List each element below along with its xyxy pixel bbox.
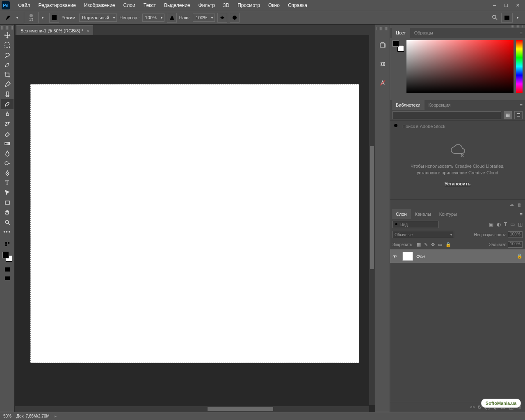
- tab-libraries[interactable]: Библиотеки: [392, 100, 425, 110]
- crop-tool[interactable]: [1, 70, 14, 80]
- layer-blend-mode[interactable]: Обычные: [393, 231, 454, 238]
- history-brush-tool[interactable]: [1, 119, 14, 129]
- layer-name[interactable]: Фон: [416, 254, 425, 259]
- gradient-tool[interactable]: [1, 139, 14, 148]
- layer-filter[interactable]: Вид: [393, 221, 438, 228]
- airbrush-button[interactable]: [217, 13, 227, 23]
- lock-pixels-icon[interactable]: ▦: [417, 242, 421, 247]
- menu-help[interactable]: Справка: [284, 0, 311, 11]
- tool-preset-dropdown[interactable]: ▾: [16, 16, 21, 20]
- menu-3d[interactable]: 3D: [219, 0, 233, 11]
- layer-thumbnail[interactable]: [402, 252, 413, 261]
- quick-mask-button[interactable]: [1, 265, 14, 274]
- type-tool[interactable]: T: [1, 178, 14, 188]
- tab-channels[interactable]: Каналы: [411, 209, 435, 219]
- filter-adjust-icon[interactable]: ◐: [497, 221, 501, 227]
- lasso-tool[interactable]: [1, 50, 14, 60]
- color-fg-swatch[interactable]: [393, 40, 399, 47]
- path-select-tool[interactable]: [1, 188, 14, 198]
- menu-filter[interactable]: Фильтр: [194, 0, 219, 11]
- library-grid-view[interactable]: ▦: [504, 111, 512, 119]
- filter-smart-icon[interactable]: ◫: [518, 221, 523, 227]
- brush-panel-toggle[interactable]: [49, 13, 59, 23]
- document-viewport[interactable]: [15, 35, 375, 412]
- blend-mode-select[interactable]: Нормальный: [79, 14, 117, 22]
- opacity-input[interactable]: 100%: [142, 14, 164, 22]
- properties-panel-icon[interactable]: [378, 59, 388, 69]
- dock-grip[interactable]: [377, 27, 389, 30]
- tab-layers[interactable]: Слои: [392, 209, 411, 219]
- screen-mode-button[interactable]: [1, 274, 14, 283]
- lock-brush-icon[interactable]: ✎: [424, 242, 428, 247]
- lock-all-icon[interactable]: 🔒: [445, 242, 451, 247]
- search-icon[interactable]: [491, 14, 498, 21]
- vertical-scroll-thumb[interactable]: [370, 146, 374, 269]
- pen-tool[interactable]: [1, 168, 14, 178]
- flow-input[interactable]: 100%: [193, 14, 215, 22]
- color-panel-menu[interactable]: ≡: [518, 30, 525, 35]
- close-button[interactable]: ✕: [512, 1, 523, 9]
- marquee-tool[interactable]: [1, 40, 14, 50]
- zoom-tool[interactable]: [1, 217, 14, 227]
- filter-shape-icon[interactable]: ▭: [510, 221, 515, 227]
- install-cc-link[interactable]: Установить: [398, 180, 517, 187]
- lock-artboard-icon[interactable]: ▭: [438, 242, 442, 247]
- workspace-chooser[interactable]: [501, 13, 513, 23]
- pressure-size-button[interactable]: [230, 13, 240, 23]
- menu-select[interactable]: Выделение: [160, 0, 194, 11]
- hand-tool[interactable]: [1, 208, 14, 217]
- brush-tool[interactable]: [1, 99, 14, 109]
- brush-dropdown[interactable]: ▾: [42, 16, 46, 20]
- eyedropper-tool[interactable]: [1, 80, 14, 89]
- move-tool[interactable]: [1, 30, 14, 40]
- filter-type-icon[interactable]: T: [504, 221, 507, 227]
- fill-input[interactable]: 100%: [508, 241, 523, 248]
- healing-brush-tool[interactable]: [1, 89, 14, 99]
- blur-tool[interactable]: [1, 148, 14, 158]
- document-tab[interactable]: Без имени-1 @ 50% (RGB/8) * ×: [16, 25, 93, 35]
- filter-image-icon[interactable]: ▣: [489, 221, 493, 227]
- color-hue-strip[interactable]: [516, 40, 523, 93]
- zoom-level[interactable]: 50%: [3, 414, 11, 418]
- clone-stamp-tool[interactable]: [1, 109, 14, 119]
- library-list-view[interactable]: ☰: [514, 111, 523, 119]
- layers-panel-menu[interactable]: ≡: [518, 212, 525, 217]
- current-tool-icon[interactable]: [3, 13, 13, 23]
- tab-adjustments[interactable]: Коррекция: [425, 100, 455, 110]
- layer-lock-icon[interactable]: 🔒: [517, 253, 523, 259]
- menu-layer[interactable]: Слои: [119, 0, 139, 11]
- eraser-tool[interactable]: [1, 129, 14, 139]
- panels-grip[interactable]: [390, 25, 525, 28]
- quick-select-tool[interactable]: [1, 60, 14, 70]
- layer-fx-icon[interactable]: fx: [478, 404, 482, 410]
- tab-paths[interactable]: Контуры: [435, 209, 461, 219]
- horizontal-scrollbar[interactable]: [15, 406, 369, 412]
- character-panel-icon[interactable]: [378, 78, 388, 88]
- delete-icon[interactable]: 🗑: [517, 202, 522, 207]
- library-search[interactable]: Поиск в Adobe Stock: [390, 121, 525, 132]
- libraries-panel-menu[interactable]: ≡: [518, 103, 525, 107]
- cloud-sync-icon[interactable]: ☁: [509, 202, 514, 207]
- menu-edit[interactable]: Редактирование: [34, 0, 80, 11]
- edit-toolbar-button[interactable]: [1, 240, 14, 249]
- menu-type[interactable]: Текст: [139, 0, 160, 11]
- color-panel-fgbg[interactable]: [393, 40, 404, 52]
- more-tools[interactable]: •••: [1, 227, 14, 237]
- brush-preset[interactable]: 13: [24, 12, 39, 23]
- lock-position-icon[interactable]: ✥: [431, 242, 435, 247]
- dodge-tool[interactable]: [1, 158, 14, 168]
- toolbox-grip[interactable]: [1, 26, 14, 30]
- maximize-button[interactable]: ☐: [500, 1, 512, 9]
- menu-view[interactable]: Просмотр: [233, 0, 264, 11]
- layer-item-background[interactable]: 👁 Фон 🔒: [390, 249, 525, 263]
- tab-close-icon[interactable]: ×: [87, 28, 89, 33]
- menu-window[interactable]: Окно: [264, 0, 284, 11]
- history-panel-icon[interactable]: [378, 40, 388, 50]
- layer-opacity-input[interactable]: 100%: [508, 231, 523, 238]
- menu-file[interactable]: Файл: [14, 0, 34, 11]
- status-dropdown[interactable]: ▸: [55, 414, 57, 418]
- minimize-button[interactable]: ─: [489, 1, 500, 9]
- vertical-scrollbar[interactable]: [369, 35, 375, 405]
- foreground-background-colors[interactable]: [2, 251, 13, 262]
- color-saturation-value[interactable]: [406, 40, 514, 93]
